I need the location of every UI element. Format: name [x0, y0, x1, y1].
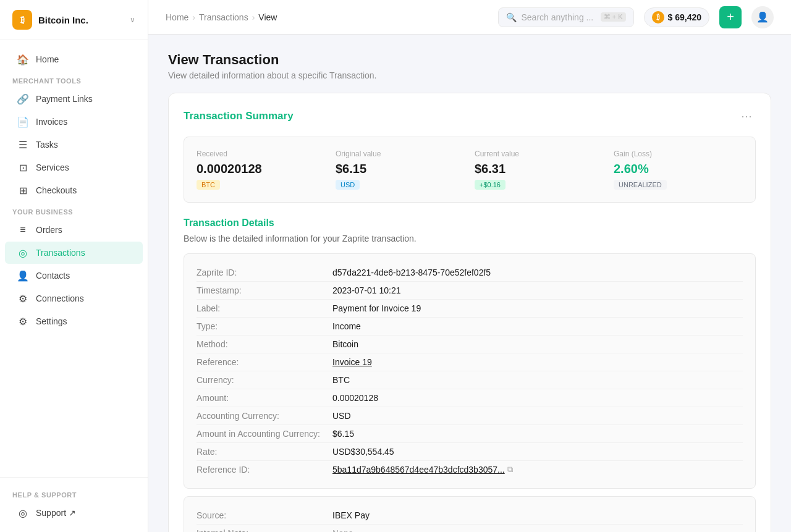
- breadcrumb-transactions[interactable]: Transactions: [199, 12, 248, 22]
- amount-accounting-value: $6.15: [332, 429, 743, 439]
- sidebar-item-settings[interactable]: ⚙ Settings: [5, 310, 143, 332]
- gain-badge: UNREALIZED: [614, 180, 667, 190]
- amount-value: 0.00020128: [332, 393, 743, 403]
- more-options-button[interactable]: ⋯: [737, 108, 756, 124]
- sidebar-item-services-label: Services: [36, 163, 69, 172]
- company-name: Bitcoin Inc.: [38, 15, 88, 25]
- original-badge: USD: [336, 180, 360, 190]
- breadcrumb-current: View: [258, 12, 277, 22]
- help-support-label: HELP & SUPPORT: [0, 485, 148, 501]
- details-title: Transaction Details: [184, 217, 756, 229]
- summary-current: Current value $6.31 +$0.16: [475, 150, 604, 190]
- original-value: $6.15: [336, 162, 465, 176]
- gain-value: 2.60%: [614, 162, 743, 176]
- sidebar-item-invoices[interactable]: 📄 Invoices: [5, 111, 143, 133]
- sidebar-item-checkouts[interactable]: ⊞ Checkouts: [5, 179, 143, 201]
- type-value: Income: [332, 321, 743, 331]
- services-icon: ⊡: [17, 162, 28, 173]
- invoices-icon: 📄: [17, 116, 28, 127]
- detail-row-reference: Reference: Invoice 19: [197, 353, 743, 371]
- internal-note-value: None: [332, 528, 743, 532]
- detail-row-type: Type: Income: [197, 318, 743, 336]
- reference-id-link[interactable]: 5ba11d7a9b648567d4ee47b3dcfcd3b3057...: [332, 465, 505, 475]
- sidebar: ₿ Bitcoin Inc. ∨ 🏠 Home MERCHANT TOOLS 🔗…: [0, 0, 148, 532]
- sidebar-item-contacts-label: Contacts: [36, 271, 70, 281]
- method-key: Method:: [197, 339, 332, 349]
- detail-row-rate: Rate: USD$30,554.45: [197, 443, 743, 461]
- sidebar-item-support[interactable]: ◎ Support ↗: [5, 502, 143, 524]
- add-button[interactable]: +: [719, 6, 742, 28]
- reference-value[interactable]: Invoice 19: [332, 357, 743, 367]
- transaction-details-section: Transaction Details Below is the detaile…: [184, 217, 756, 532]
- sidebar-item-orders[interactable]: ≡ Orders: [5, 219, 143, 241]
- copy-icon[interactable]: ⧉: [507, 465, 513, 475]
- sidebar-item-invoices-label: Invoices: [36, 117, 67, 127]
- source-key: Source:: [197, 510, 332, 520]
- detail-row-amount-accounting: Amount in Accounting Currency: $6.15: [197, 425, 743, 443]
- summary-grid: Received 0.00020128 BTC Original value $…: [184, 137, 756, 203]
- balance-amount: $ 69,420: [668, 12, 702, 22]
- sidebar-item-tasks[interactable]: ☰ Tasks: [5, 133, 143, 156]
- breadcrumb-home[interactable]: Home: [166, 12, 188, 22]
- timestamp-key: Timestamp:: [197, 285, 332, 295]
- checkouts-icon: ⊞: [17, 185, 28, 196]
- current-badge: +$0.16: [475, 180, 505, 190]
- detail-row-zaprite-id: Zaprite ID: d57da221-4de6-b213-8475-70e5…: [197, 264, 743, 282]
- source-value: IBEX Pay: [332, 510, 743, 520]
- label-key: Label:: [197, 303, 332, 313]
- sidebar-item-orders-label: Orders: [36, 225, 62, 235]
- merchant-tools-label: MERCHANT TOOLS: [0, 71, 148, 87]
- payment-links-icon: 🔗: [17, 93, 28, 104]
- zaprite-id-key: Zaprite ID:: [197, 268, 332, 277]
- detail-row-internal-note: Internal Note: None: [197, 525, 743, 532]
- received-badge: BTC: [197, 180, 220, 190]
- sidebar-item-payment-links[interactable]: 🔗 Payment Links: [5, 88, 143, 110]
- reference-key: Reference:: [197, 357, 332, 367]
- chevron-down-icon: ∨: [130, 15, 135, 24]
- amount-accounting-key: Amount in Accounting Currency:: [197, 429, 332, 439]
- timestamp-value: 2023-07-01 10:21: [332, 285, 743, 295]
- btc-icon: ₿: [652, 11, 664, 23]
- detail-row-amount: Amount: 0.00020128: [197, 389, 743, 407]
- orders-icon: ≡: [17, 224, 28, 235]
- user-button[interactable]: 👤: [751, 6, 774, 28]
- connections-icon: ⚙: [17, 293, 28, 304]
- breadcrumb: Home › Transactions › View: [166, 12, 488, 22]
- detail-row-method: Method: Bitcoin: [197, 336, 743, 353]
- detail-row-label: Label: Payment for Invoice 19: [197, 300, 743, 318]
- sidebar-logo[interactable]: ₿ Bitcoin Inc. ∨: [0, 0, 148, 40]
- tasks-icon: ☰: [17, 139, 28, 150]
- reference-id-value: 5ba11d7a9b648567d4ee47b3dcfcd3b3057... ⧉: [332, 465, 513, 475]
- page-subtitle: View detailed information about a specif…: [168, 70, 771, 80]
- summary-gain: Gain (Loss) 2.60% UNREALIZED: [614, 150, 743, 190]
- sidebar-item-contacts[interactable]: 👤 Contacts: [5, 264, 143, 287]
- contacts-icon: 👤: [17, 270, 28, 281]
- transaction-summary-card: Transaction Summary ⋯ Received 0.0002012…: [168, 93, 771, 532]
- transactions-icon: ◎: [17, 247, 28, 258]
- content: View Transaction View detailed informati…: [148, 35, 791, 532]
- sidebar-item-home-label: Home: [36, 54, 59, 64]
- sidebar-item-services[interactable]: ⊡ Services: [5, 156, 143, 179]
- sidebar-item-transactions-label: Transactions: [36, 248, 85, 258]
- search-placeholder: Search anything ...: [522, 12, 596, 22]
- sidebar-item-home[interactable]: 🏠 Home: [5, 48, 143, 70]
- sidebar-item-connections-label: Connections: [36, 293, 84, 303]
- sidebar-item-payment-links-label: Payment Links: [36, 94, 93, 104]
- summary-original: Original value $6.15 USD: [336, 150, 465, 190]
- summary-card-title: Transaction Summary: [184, 110, 294, 122]
- sidebar-item-connections[interactable]: ⚙ Connections: [5, 287, 143, 310]
- amount-key: Amount:: [197, 393, 332, 403]
- card-header: Transaction Summary ⋯: [184, 108, 756, 124]
- rate-value: USD$30,554.45: [332, 447, 743, 457]
- sidebar-item-transactions[interactable]: ◎ Transactions: [5, 242, 143, 264]
- internal-note-key: Internal Note:: [197, 528, 332, 532]
- search-bar[interactable]: 🔍 Search anything ... ⌘ + K: [498, 7, 634, 27]
- received-value: 0.00020128: [197, 162, 326, 176]
- current-label: Current value: [475, 150, 604, 158]
- details-subtitle: Below is the detailed information for yo…: [184, 234, 756, 243]
- main: Home › Transactions › View 🔍 Search anyt…: [148, 0, 791, 532]
- logo-icon: ₿: [12, 10, 32, 30]
- sidebar-item-tasks-label: Tasks: [36, 140, 58, 150]
- home-icon: 🏠: [17, 54, 28, 65]
- currency-value: BTC: [332, 375, 743, 385]
